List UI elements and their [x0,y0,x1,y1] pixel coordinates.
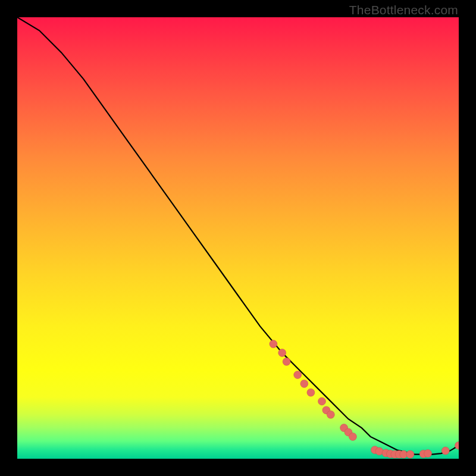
gradient-background [17,17,459,459]
attribution-label: TheBottleneck.com [349,3,458,17]
